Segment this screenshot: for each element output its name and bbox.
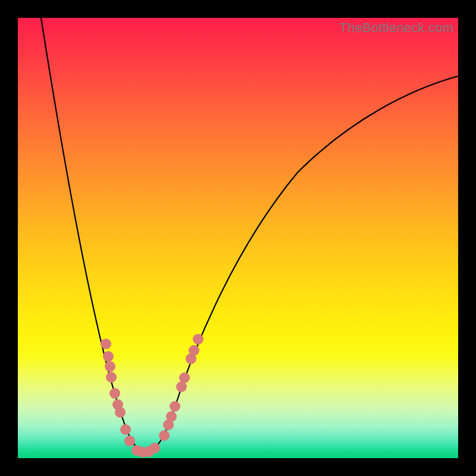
plot-area: TheBottleneck.com bbox=[18, 18, 458, 458]
data-dot bbox=[105, 361, 115, 372]
bottleneck-curve bbox=[41, 18, 458, 452]
dot-layer bbox=[101, 334, 203, 458]
data-dot bbox=[124, 436, 135, 446]
data-dot bbox=[109, 388, 120, 399]
data-dot bbox=[120, 424, 131, 435]
data-dot bbox=[149, 443, 160, 453]
curve-svg bbox=[18, 18, 458, 458]
data-dot bbox=[166, 411, 177, 422]
data-dot bbox=[115, 407, 126, 418]
data-dot bbox=[170, 401, 180, 412]
data-dot bbox=[159, 430, 170, 441]
data-dot bbox=[106, 372, 117, 383]
data-dot bbox=[193, 334, 203, 345]
data-dot bbox=[189, 345, 199, 356]
chart-frame: TheBottleneck.com bbox=[0, 0, 476, 476]
data-dot bbox=[101, 339, 111, 349]
data-dot bbox=[103, 351, 114, 362]
data-dot bbox=[179, 372, 190, 383]
